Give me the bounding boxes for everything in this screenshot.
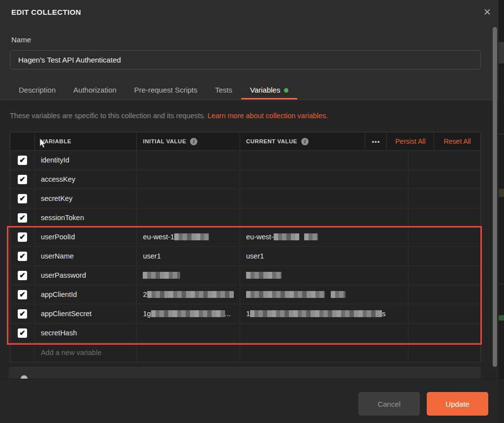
collection-name-input[interactable] — [10, 50, 481, 69]
header-variable: VARIABLE — [35, 132, 137, 150]
initial-value-cell[interactable] — [137, 151, 240, 169]
redacted-value-blur — [246, 291, 325, 298]
variable-name-cell[interactable]: userPoolId — [35, 228, 137, 246]
tab-bar: DescriptionAuthorizationPre-request Scri… — [10, 82, 297, 99]
collapsed-section — [9, 367, 481, 380]
variable-row-sessionToken: ✔sessionToken — [10, 208, 480, 228]
current-value-cell[interactable]: 1s — [240, 304, 409, 323]
info-icon: i — [301, 138, 309, 145]
current-value-cell[interactable]: eu-west- — [240, 228, 409, 246]
green-dot-icon — [284, 88, 288, 93]
row-actions-cell[interactable] — [409, 266, 480, 285]
current-value-cell[interactable] — [240, 170, 409, 189]
checked-checkbox[interactable]: ✔ — [18, 271, 27, 280]
checked-checkbox[interactable]: ✔ — [18, 328, 27, 338]
row-checkbox-cell[interactable] — [10, 343, 35, 362]
checked-checkbox[interactable]: ✔ — [18, 156, 27, 165]
row-checkbox-cell[interactable]: ✔ — [10, 266, 35, 285]
variable-name-cell[interactable]: secretKey — [35, 189, 137, 208]
checked-checkbox[interactable]: ✔ — [18, 309, 27, 319]
variable-name-cell[interactable]: secretHash — [35, 324, 137, 342]
persist-all-button[interactable]: Persist All — [387, 132, 434, 150]
current-value-cell[interactable]: user1 — [240, 247, 409, 265]
current-value-cell[interactable] — [240, 324, 409, 342]
row-actions-cell[interactable] — [409, 208, 480, 227]
row-checkbox-cell[interactable]: ✔ — [10, 285, 35, 304]
tab-pre-request-scripts[interactable]: Pre-request Scripts — [126, 82, 206, 99]
value-text: eu-west- — [246, 233, 274, 241]
initial-value-cell[interactable] — [137, 208, 240, 227]
variable-name-cell[interactable]: accessKey — [35, 170, 137, 189]
tab-variables[interactable]: Variables — [241, 82, 297, 99]
checked-checkbox[interactable]: ✔ — [18, 252, 27, 261]
tab-label: Description — [19, 82, 56, 98]
row-actions-cell[interactable] — [409, 151, 480, 169]
value-text: 1 — [246, 310, 250, 318]
row-actions-cell[interactable] — [409, 285, 480, 304]
checked-checkbox[interactable]: ✔ — [18, 213, 27, 223]
current-value-cell[interactable] — [240, 343, 409, 362]
row-checkbox-cell[interactable]: ✔ — [10, 151, 35, 169]
add-variable-input[interactable]: Add a new variable — [35, 343, 137, 362]
row-checkbox-cell[interactable]: ✔ — [10, 208, 35, 227]
initial-value-cell[interactable]: 1g... — [137, 304, 240, 323]
variable-name-cell[interactable]: userName — [35, 247, 137, 265]
tab-authorization[interactable]: Authorization — [64, 82, 126, 99]
row-actions-cell[interactable] — [409, 343, 480, 362]
initial-value-cell[interactable]: 2 — [137, 285, 240, 304]
tab-label: Authorization — [73, 82, 117, 98]
checked-checkbox[interactable]: ✔ — [18, 175, 27, 184]
initial-value-cell[interactable] — [137, 266, 240, 285]
variable-row-userPoolId: ✔userPoolIdeu-west-1eu-west- — [10, 228, 480, 247]
initial-value-cell[interactable]: user1 — [137, 247, 240, 265]
row-actions-cell[interactable] — [409, 228, 480, 246]
variable-name-cell[interactable]: appClientId — [35, 285, 137, 304]
row-actions-cell[interactable] — [409, 324, 480, 342]
close-icon[interactable]: ✕ — [481, 6, 494, 19]
tab-tests[interactable]: Tests — [206, 82, 241, 99]
initial-value-cell[interactable] — [137, 170, 240, 189]
row-actions-cell[interactable] — [409, 189, 480, 208]
row-actions-cell[interactable] — [409, 170, 480, 189]
current-value-cell[interactable] — [240, 189, 409, 208]
cancel-button[interactable]: Cancel — [358, 392, 420, 416]
reset-all-button[interactable]: Reset All — [434, 132, 480, 150]
current-value-cell[interactable] — [240, 266, 409, 285]
current-value-cell[interactable] — [240, 151, 409, 169]
learn-more-link[interactable]: Learn more about collection variables. — [207, 112, 328, 120]
initial-value-cell[interactable] — [137, 189, 240, 208]
row-actions-cell[interactable] — [409, 247, 480, 265]
current-value-cell[interactable] — [240, 285, 409, 304]
row-checkbox-cell[interactable]: ✔ — [10, 324, 35, 342]
checked-checkbox[interactable]: ✔ — [18, 232, 27, 242]
row-checkbox-cell[interactable]: ✔ — [10, 170, 35, 189]
variable-name-cell[interactable]: identityId — [35, 151, 137, 169]
variable-row-secretKey: ✔secretKey — [10, 189, 480, 208]
dialog-footer: Cancel Update — [0, 379, 499, 423]
more-options-icon[interactable]: ••• — [365, 132, 387, 150]
variable-name-cell[interactable]: sessionToken — [35, 208, 137, 227]
variable-name: userPassword — [41, 271, 86, 279]
header-checkbox-cell — [10, 132, 35, 150]
initial-value-cell[interactable] — [137, 343, 240, 362]
tab-description[interactable]: Description — [10, 82, 64, 99]
row-checkbox-cell[interactable]: ✔ — [10, 304, 35, 323]
variable-name-cell[interactable]: appClientSecret — [35, 304, 137, 323]
redacted-value-blur — [274, 233, 299, 240]
row-checkbox-cell[interactable]: ✔ — [10, 247, 35, 265]
checked-checkbox[interactable]: ✔ — [18, 194, 27, 203]
variable-name-cell[interactable]: userPassword — [35, 266, 137, 285]
checked-checkbox[interactable]: ✔ — [18, 290, 27, 299]
row-checkbox-cell[interactable]: ✔ — [10, 228, 35, 246]
info-text: These variables are specific to this col… — [10, 112, 205, 120]
value-text: ... — [225, 310, 231, 318]
initial-value-cell[interactable]: eu-west-1 — [137, 228, 240, 246]
value-text: 1g — [143, 310, 151, 318]
update-button[interactable]: Update — [427, 392, 488, 416]
current-value-cell[interactable] — [240, 208, 409, 227]
add-variable-row: Add a new variable — [10, 343, 480, 362]
initial-value-cell[interactable] — [137, 324, 240, 342]
row-actions-cell[interactable] — [409, 304, 480, 323]
row-checkbox-cell[interactable]: ✔ — [10, 189, 35, 208]
scrollbar-thumb[interactable] — [493, 27, 497, 367]
